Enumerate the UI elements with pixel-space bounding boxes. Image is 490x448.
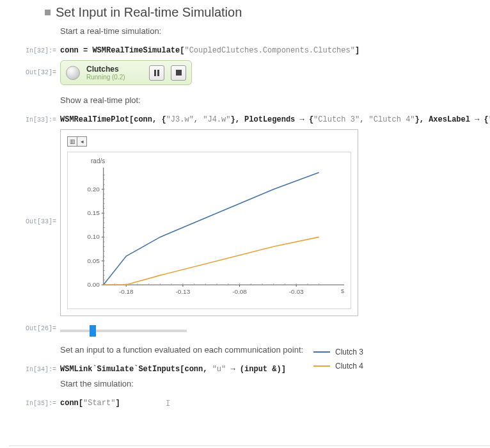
cell-label-out32: Out[32]= <box>0 69 60 76</box>
pause-icon <box>154 70 159 76</box>
svg-text:-0.18: -0.18 <box>119 288 134 295</box>
section-title: Set Input in Real-time Simulation <box>56 5 242 20</box>
input-code-33[interactable]: WSMRealTimePlot[conn, {"J3.w", "J4.w"}, … <box>60 115 490 124</box>
svg-text:-0.03: -0.03 <box>289 288 304 295</box>
cell-label-out33: Out[33]= <box>0 218 60 225</box>
text-cursor-icon: 𝙸 <box>165 398 171 408</box>
legend-swatch-icon <box>313 365 330 367</box>
slider-thumb[interactable] <box>90 325 96 337</box>
narration-text: Set an input to a function evaluated on … <box>60 345 490 355</box>
input-code-34[interactable]: WSMLink`Simulate`SetInputs[conn, "u" → (… <box>60 365 490 374</box>
narration-text: Show a real-time plot: <box>60 95 490 105</box>
svg-text:-0.08: -0.08 <box>232 288 247 295</box>
narration-text: Start the simulation: <box>60 379 490 388</box>
cell-label-out26: Out[26]= <box>0 325 60 332</box>
stop-icon <box>176 70 182 76</box>
legend-item: Clutch 3 <box>313 348 363 356</box>
slider[interactable] <box>60 330 187 332</box>
legend-label: Clutch 4 <box>335 362 363 371</box>
plot-tool-icon[interactable]: ▥ <box>67 136 77 147</box>
cell-label-in34: In[34]:= <box>0 366 60 373</box>
chart: rad/s s 0.000.050.100.150.20-0.18-0.13-0… <box>67 152 351 309</box>
chart-legend: Clutch 3 Clutch 4 <box>313 348 363 376</box>
svg-text:0.15: 0.15 <box>87 209 100 216</box>
legend-label: Clutch 3 <box>335 348 363 356</box>
chart-svg: 0.000.050.100.150.20-0.18-0.13-0.08-0.03 <box>68 152 351 309</box>
plot-frame: ▥ ◂ rad/s s 0.000.050.100.150.20-0.18-0.… <box>60 129 358 316</box>
svg-text:0.00: 0.00 <box>87 281 100 288</box>
input-code-32[interactable]: conn = WSMRealTimeSimulate["CoupledClutc… <box>60 46 490 55</box>
svg-text:0.05: 0.05 <box>87 257 100 264</box>
input-code-35[interactable]: conn["Start"] <box>60 399 490 408</box>
status-orb-icon <box>66 66 80 80</box>
narration-text: Start a real-time simulation: <box>60 26 490 36</box>
cell-label-in32: In[32]:= <box>0 47 60 54</box>
plot-tool-rewind-icon[interactable]: ◂ <box>77 136 87 147</box>
legend-item: Clutch 4 <box>313 362 363 371</box>
status-title: Clutches <box>86 65 143 74</box>
simulation-status-box: Clutches Running (0.2) <box>60 60 192 85</box>
section-header: Set Input in Real-time Simulation <box>45 5 490 20</box>
legend-swatch-icon <box>313 351 330 353</box>
cell-label-in35: In[35]:= <box>0 400 60 407</box>
status-text: Running (0.2) <box>86 74 143 81</box>
svg-text:0.10: 0.10 <box>87 233 100 240</box>
section-bullet-icon <box>45 10 51 15</box>
svg-text:0.20: 0.20 <box>87 186 100 193</box>
plot-toolbar: ▥ ◂ <box>67 136 351 147</box>
pause-button[interactable] <box>149 65 164 81</box>
svg-text:-0.13: -0.13 <box>176 288 191 295</box>
cell-label-in33: In[33]:= <box>0 116 60 124</box>
stop-button[interactable] <box>171 65 186 81</box>
